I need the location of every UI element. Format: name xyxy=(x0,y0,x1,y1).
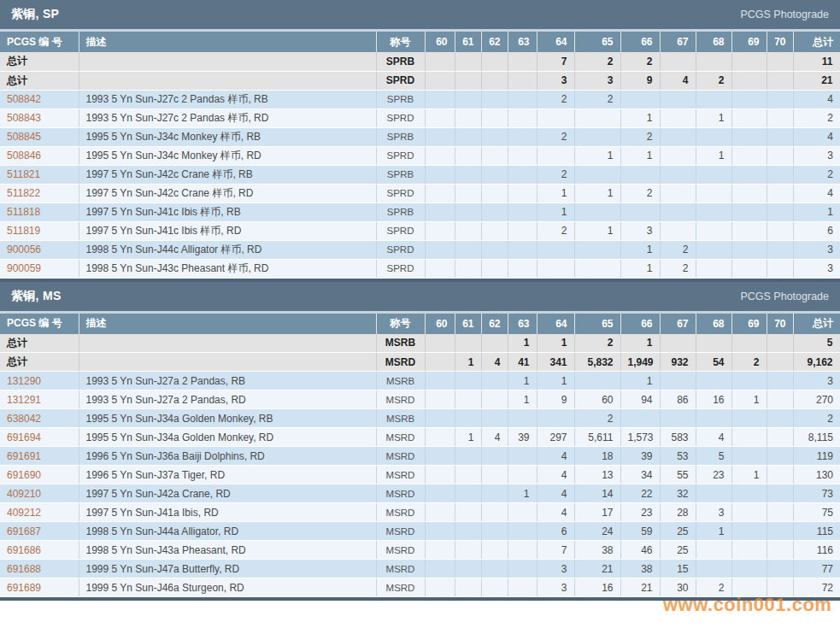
grade-cell-61[interactable] xyxy=(455,503,481,522)
grade-cell-70[interactable] xyxy=(767,484,793,503)
section-title[interactable]: 紫铜, MS xyxy=(11,289,62,304)
designation-cell[interactable]: SPRD xyxy=(376,259,425,278)
description-cell[interactable] xyxy=(79,334,376,353)
column-header-pcgs-number[interactable]: PCGS 编 号 xyxy=(0,314,79,334)
grade-cell-69[interactable] xyxy=(731,578,767,597)
grade-cell-62[interactable] xyxy=(481,259,508,278)
grade-cell-68[interactable] xyxy=(696,334,731,353)
grade-cell-64[interactable] xyxy=(537,259,574,278)
grade-cell-68[interactable]: 23 xyxy=(696,466,731,484)
designation-cell[interactable]: MSRD xyxy=(376,578,425,597)
photograde-link[interactable]: PCGS Photograde xyxy=(740,9,829,21)
total-cell[interactable]: 8,115 xyxy=(793,428,840,447)
grade-cell-66[interactable]: 22 xyxy=(620,484,660,503)
grade-cell-67[interactable]: 53 xyxy=(660,447,696,466)
grade-cell-65[interactable] xyxy=(574,372,620,390)
pcgs-number-link[interactable]: 511818 xyxy=(0,202,79,221)
grade-cell-60[interactable] xyxy=(425,484,455,503)
grade-cell-69[interactable] xyxy=(731,90,767,109)
grade-cell-61[interactable] xyxy=(455,221,481,240)
grade-cell-62[interactable] xyxy=(481,484,508,503)
designation-cell[interactable]: MSRD xyxy=(376,560,425,578)
designation-cell[interactable]: SPRD xyxy=(376,221,425,240)
pcgs-number-link[interactable]: 409212 xyxy=(0,503,79,522)
grade-cell-60[interactable] xyxy=(425,560,455,578)
total-cell[interactable]: 6 xyxy=(793,221,840,240)
grade-cell-64[interactable]: 2 xyxy=(537,165,574,184)
grade-cell-65[interactable] xyxy=(574,202,620,221)
grade-cell-69[interactable] xyxy=(731,184,767,202)
grade-cell-68[interactable]: 5 xyxy=(696,447,731,466)
grade-cell-61[interactable] xyxy=(455,541,481,560)
grade-cell-67[interactable] xyxy=(660,109,696,127)
designation-cell[interactable]: MSRB xyxy=(376,409,425,428)
pcgs-number-link[interactable]: 508843 xyxy=(0,109,79,127)
grade-cell-63[interactable] xyxy=(508,409,537,428)
table-row[interactable]: 6916941995 5 Yn Sun-J34a Golden Monkey, … xyxy=(0,428,840,447)
grade-cell-63[interactable] xyxy=(508,522,537,541)
grade-cell-63[interactable] xyxy=(508,259,537,278)
grade-cell-67[interactable]: 55 xyxy=(660,466,696,484)
grade-cell-60[interactable] xyxy=(425,90,455,109)
designation-cell[interactable]: MSRD xyxy=(376,484,425,503)
grade-cell-64[interactable]: 7 xyxy=(537,541,574,560)
description-cell[interactable]: 1993 5 Yn Sun-J27c 2 Pandas 样币, RB xyxy=(79,90,376,109)
designation-cell[interactable]: MSRB xyxy=(376,334,425,353)
table-row[interactable]: 5118191997 5 Yn Sun-J41c Ibis 样币, RDSPRD… xyxy=(0,221,840,240)
grade-cell-63[interactable]: 1 xyxy=(508,484,537,503)
grade-cell-62[interactable] xyxy=(481,390,508,409)
grade-cell-60[interactable] xyxy=(425,428,455,447)
grade-cell-69[interactable] xyxy=(731,240,767,259)
total-cell[interactable]: 2 xyxy=(793,409,840,428)
grade-cell-61[interactable] xyxy=(455,409,481,428)
grade-cell-60[interactable] xyxy=(425,447,455,466)
grade-cell-63[interactable] xyxy=(508,447,537,466)
grade-cell-60[interactable] xyxy=(425,127,455,146)
grade-cell-63[interactable] xyxy=(508,127,537,146)
designation-cell[interactable]: MSRD xyxy=(376,503,425,522)
pcgs-number-link[interactable]: 409210 xyxy=(0,484,79,503)
grade-cell-67[interactable]: 30 xyxy=(660,578,696,597)
grade-cell-61[interactable] xyxy=(455,146,481,165)
grade-cell-68[interactable]: 1 xyxy=(696,109,731,127)
grade-cell-64[interactable]: 341 xyxy=(537,353,574,372)
grade-cell-70[interactable] xyxy=(767,90,793,109)
column-header-total[interactable]: 总计 xyxy=(793,314,840,334)
grade-cell-64[interactable]: 1 xyxy=(537,184,574,202)
grade-cell-65[interactable]: 21 xyxy=(574,560,620,578)
grade-cell-66[interactable]: 1 xyxy=(620,334,660,353)
description-cell[interactable]: 1997 5 Yn Sun-J41a Ibis, RD xyxy=(79,503,376,522)
grade-cell-61[interactable] xyxy=(455,127,481,146)
column-header-grade-64[interactable]: 64 xyxy=(537,314,574,334)
grade-cell-65[interactable]: 5,832 xyxy=(574,353,620,372)
grade-cell-66[interactable]: 1,573 xyxy=(620,428,660,447)
total-cell[interactable]: 1 xyxy=(793,202,840,221)
grade-cell-70[interactable] xyxy=(767,409,793,428)
grade-cell-65[interactable]: 2 xyxy=(574,334,620,353)
table-row[interactable]: 5088451995 5 Yn Sun-J34c Monkey 样币, RBSP… xyxy=(0,127,840,146)
grade-cell-66[interactable]: 1 xyxy=(620,109,660,127)
grade-cell-60[interactable] xyxy=(425,503,455,522)
table-row[interactable]: 4092101997 5 Yn Sun-J42a Crane, RDMSRD14… xyxy=(0,484,840,503)
grade-cell-62[interactable] xyxy=(481,372,508,390)
grade-cell-61[interactable] xyxy=(455,184,481,202)
grade-cell-60[interactable] xyxy=(425,146,455,165)
table-row[interactable]: 1312901993 5 Yn Sun-J27a 2 Pandas, RBMSR… xyxy=(0,372,840,390)
total-cell[interactable]: 73 xyxy=(793,484,840,503)
grade-cell-69[interactable]: 2 xyxy=(731,353,767,372)
table-row[interactable]: 5118211997 5 Yn Sun-J42c Crane 样币, RBSPR… xyxy=(0,165,840,184)
grade-cell-63[interactable] xyxy=(508,221,537,240)
pcgs-number-link[interactable]: 511819 xyxy=(0,221,79,240)
grade-cell-63[interactable] xyxy=(508,503,537,522)
grade-cell-70[interactable] xyxy=(767,522,793,541)
grade-cell-63[interactable] xyxy=(508,578,537,597)
grade-cell-60[interactable] xyxy=(425,221,455,240)
grade-cell-65[interactable] xyxy=(574,165,620,184)
column-header-grade-65[interactable]: 65 xyxy=(574,314,620,334)
grade-cell-65[interactable] xyxy=(574,240,620,259)
grade-cell-63[interactable] xyxy=(508,146,537,165)
grade-cell-61[interactable] xyxy=(455,52,481,71)
grade-cell-61[interactable] xyxy=(455,578,481,597)
table-row[interactable]: 6916861998 5 Yn Sun-J43a Pheasant, RDMSR… xyxy=(0,541,840,560)
grade-cell-60[interactable] xyxy=(425,71,455,90)
